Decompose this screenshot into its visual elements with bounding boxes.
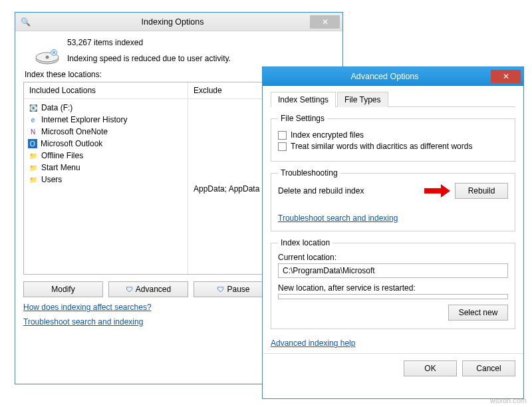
indexing-title: Indexing Options xyxy=(35,17,310,27)
close-icon[interactable]: ✕ xyxy=(310,15,340,29)
cancel-button[interactable]: Cancel xyxy=(462,360,515,376)
list-item-label: Internet Explorer History xyxy=(41,115,127,124)
link-advanced-help[interactable]: Advanced indexing help xyxy=(271,339,355,348)
checkbox-diacritics[interactable]: Treat similar words with diacritics as d… xyxy=(278,142,508,151)
advanced-button-label: Advanced xyxy=(136,285,171,294)
pointer-arrow-icon xyxy=(424,184,451,198)
select-new-button[interactable]: Select new xyxy=(448,305,508,321)
list-item[interactable]: 💽Data (F:) xyxy=(28,102,184,114)
folder-icon: 📁 xyxy=(28,175,38,184)
drive-icon: 💽 xyxy=(28,103,38,112)
index-location-group: Index location Current location: C:\Prog… xyxy=(271,238,515,329)
list-item[interactable]: eInternet Explorer History xyxy=(28,114,184,126)
tab-index-settings[interactable]: Index Settings xyxy=(271,92,336,107)
watermark-text: wsxdn.com xyxy=(490,396,527,404)
index-location-legend: Index location xyxy=(278,238,332,247)
outlook-icon: O xyxy=(28,139,37,148)
list-item-label: Microsoft Outlook xyxy=(41,139,102,148)
link-troubleshoot[interactable]: Troubleshoot search and indexing xyxy=(23,317,143,327)
ok-button[interactable]: OK xyxy=(404,360,457,376)
list-item[interactable]: 📁Start Menu xyxy=(28,162,184,174)
new-location-label: New location, after service is restarted… xyxy=(278,283,508,293)
drive-icon xyxy=(34,47,61,68)
folder-icon: 📁 xyxy=(28,163,38,172)
shield-icon: 🛡 xyxy=(217,285,224,293)
indexing-titlebar: 🔍 Indexing Options ✕ xyxy=(15,13,342,31)
folder-icon: 📁 xyxy=(28,151,38,160)
checkbox-label: Treat similar words with diacritics as d… xyxy=(291,142,472,151)
link-indexing-affect[interactable]: How does indexing affect searches? xyxy=(23,303,152,312)
list-item[interactable]: 📁Offline Files xyxy=(28,150,184,162)
current-location-field[interactable]: C:\ProgramData\Microsoft xyxy=(278,263,508,278)
list-item-label: Start Menu xyxy=(41,163,80,172)
close-icon[interactable]: ✕ xyxy=(491,70,521,83)
tab-strip: Index Settings File Types xyxy=(271,91,515,107)
troubleshooting-legend: Troubleshooting xyxy=(278,168,340,178)
checkbox-icon xyxy=(278,131,287,140)
new-location-field[interactable] xyxy=(278,294,508,299)
rebuild-label: Delete and rebuild index xyxy=(278,186,364,196)
advanced-button[interactable]: 🛡Advanced xyxy=(108,281,188,297)
shield-icon: 🛡 xyxy=(126,285,133,293)
tab-file-types[interactable]: File Types xyxy=(337,92,388,107)
modify-button[interactable]: Modify xyxy=(23,281,103,297)
search-icon: 🔍 xyxy=(21,17,31,27)
file-settings-group: File Settings Index encrypted files Trea… xyxy=(271,114,515,162)
list-item-label: Data (F:) xyxy=(41,103,72,112)
rebuild-button[interactable]: Rebuild xyxy=(455,183,508,199)
list-item[interactable]: 📁Users xyxy=(28,174,184,186)
svg-point-2 xyxy=(46,56,49,59)
indexed-count-text: 53,267 items indexed xyxy=(67,38,143,47)
onenote-icon: N xyxy=(28,127,38,136)
list-item-label: Offline Files xyxy=(41,151,83,160)
col-header-included[interactable]: Included Locations xyxy=(24,82,188,99)
link-troubleshoot[interactable]: Troubleshoot search and indexing xyxy=(278,213,398,223)
list-item[interactable]: OMicrosoft Outlook xyxy=(28,138,184,150)
pause-button[interactable]: 🛡Pause xyxy=(194,281,273,297)
list-item[interactable]: NMicrosoft OneNote xyxy=(28,126,184,138)
troubleshooting-group: Troubleshooting Delete and rebuild index… xyxy=(271,168,515,231)
advanced-options-window: Advanced Options ✕ Index Settings File T… xyxy=(262,67,524,399)
checkbox-label: Index encrypted files xyxy=(291,130,364,140)
list-item-label: Microsoft OneNote xyxy=(41,127,108,136)
checkbox-icon xyxy=(278,142,287,151)
current-location-label: Current location: xyxy=(278,253,508,262)
list-item-label: Users xyxy=(41,175,62,184)
pause-button-label: Pause xyxy=(227,285,249,294)
advanced-title: Advanced Options xyxy=(279,72,491,81)
file-settings-legend: File Settings xyxy=(278,114,327,123)
ie-icon: e xyxy=(28,115,38,124)
speed-note-text: Indexing speed is reduced due to user ac… xyxy=(67,54,231,63)
advanced-titlebar: Advanced Options ✕ xyxy=(263,67,523,86)
checkbox-encrypted[interactable]: Index encrypted files xyxy=(278,130,508,140)
